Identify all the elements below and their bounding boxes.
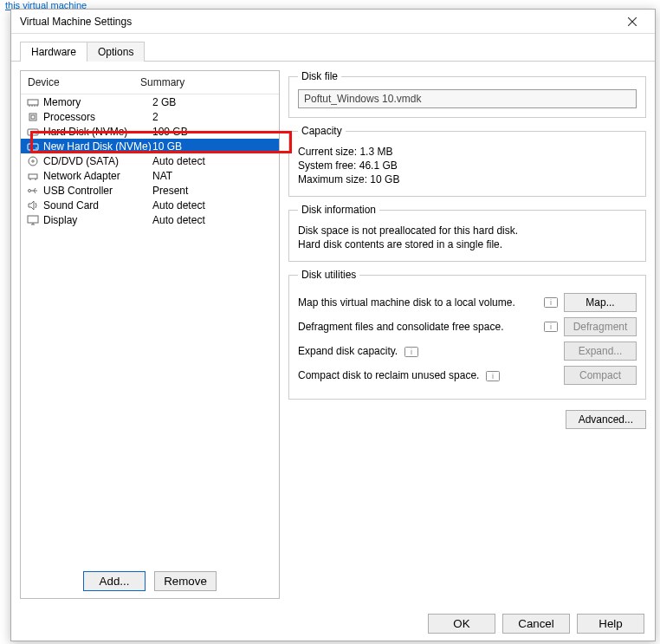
dialog-footer: OK Cancel Help bbox=[428, 614, 644, 634]
device-panel: Device Summary Memory2 GBProcessors2Hard… bbox=[20, 70, 280, 599]
capacity-legend: Capacity bbox=[298, 125, 346, 137]
advanced-button[interactable]: Advanced... bbox=[566, 410, 646, 429]
svg-rect-2 bbox=[28, 100, 38, 105]
net-icon bbox=[26, 170, 40, 182]
util-compact-row: Compact disk to reclaim unused space. i … bbox=[298, 366, 637, 385]
tab-hardware[interactable]: Hardware bbox=[20, 42, 87, 62]
disk-icon bbox=[26, 126, 40, 138]
device-row[interactable]: USB ControllerPresent bbox=[21, 183, 279, 198]
device-name: Sound Card bbox=[43, 199, 152, 211]
help-icon[interactable]: i bbox=[404, 347, 418, 357]
svg-point-10 bbox=[36, 133, 37, 134]
device-name: Display bbox=[43, 214, 152, 226]
close-button[interactable] bbox=[615, 10, 650, 33]
memory-icon bbox=[26, 96, 40, 108]
disk-file-group: Disk file Poftut_Windows 10.vmdk bbox=[288, 70, 646, 118]
svg-rect-22 bbox=[28, 216, 38, 223]
window-title: Virtual Machine Settings bbox=[20, 16, 615, 28]
device-list-header: Device Summary bbox=[21, 71, 279, 94]
disk-info-line1: Disk space is not preallocated for this … bbox=[298, 224, 637, 237]
cd-icon bbox=[26, 155, 40, 167]
capacity-group: Capacity Current size: 1.3 MB System fre… bbox=[288, 125, 646, 197]
device-summary: Auto detect bbox=[152, 155, 274, 167]
help-icon[interactable]: i bbox=[543, 321, 559, 333]
disk-info-group: Disk information Disk space is not preal… bbox=[288, 204, 646, 262]
device-name: Processors bbox=[43, 111, 152, 123]
ok-button[interactable]: OK bbox=[428, 614, 495, 634]
capacity-current: Current size: 1.3 MB bbox=[298, 146, 637, 158]
settings-window: Virtual Machine Settings Hardware Option… bbox=[10, 9, 656, 641]
util-compact-label: Compact disk to reclaim unused space. i bbox=[298, 369, 559, 381]
detail-panel: Disk file Poftut_Windows 10.vmdk Capacit… bbox=[288, 70, 646, 599]
disk-file-legend: Disk file bbox=[298, 70, 341, 82]
map-button[interactable]: Map... bbox=[564, 293, 637, 312]
util-map-label: Map this virtual machine disk to a local… bbox=[298, 296, 538, 309]
device-name: Network Adapter bbox=[43, 170, 152, 182]
compact-button: Compact bbox=[564, 366, 637, 385]
device-row[interactable]: CD/DVD (SATA)Auto detect bbox=[21, 153, 279, 168]
dialog-body: Device Summary Memory2 GBProcessors2Hard… bbox=[11, 62, 655, 608]
device-summary: 10 GB bbox=[152, 140, 274, 153]
remove-button[interactable]: Remove bbox=[154, 571, 217, 591]
column-device: Device bbox=[28, 76, 140, 88]
tab-options[interactable]: Options bbox=[87, 42, 145, 62]
svg-text:i: i bbox=[550, 322, 552, 331]
add-button[interactable]: Add... bbox=[83, 571, 146, 591]
device-row[interactable]: Processors2 bbox=[21, 109, 279, 124]
help-icon[interactable]: i bbox=[543, 296, 559, 309]
disk-info-legend: Disk information bbox=[298, 204, 379, 216]
close-icon bbox=[628, 17, 637, 26]
util-map-row: Map this virtual machine disk to a local… bbox=[298, 293, 637, 312]
expand-button: Expand... bbox=[564, 342, 637, 361]
svg-rect-11 bbox=[28, 144, 38, 150]
util-expand-row: Expand disk capacity. i Expand... bbox=[298, 342, 637, 361]
disk-utilities-group: Disk utilities Map this virtual machine … bbox=[288, 269, 646, 400]
help-button[interactable]: Help bbox=[577, 614, 644, 634]
tab-strip: Hardware Options bbox=[11, 34, 655, 62]
svg-text:i: i bbox=[550, 298, 552, 307]
device-buttons: Add... Remove bbox=[21, 564, 279, 598]
svg-point-18 bbox=[29, 189, 31, 192]
svg-rect-8 bbox=[31, 115, 35, 119]
device-summary: 2 GB bbox=[152, 96, 274, 108]
device-row[interactable]: New Hard Disk (NVMe)10 GB bbox=[21, 139, 279, 153]
help-icon[interactable]: i bbox=[486, 371, 500, 381]
disk-icon bbox=[26, 140, 40, 153]
util-defrag-row: Defragment files and consolidate free sp… bbox=[298, 317, 637, 336]
device-summary: Present bbox=[152, 185, 274, 197]
device-summary: Auto detect bbox=[152, 214, 274, 226]
device-row[interactable]: Sound CardAuto detect bbox=[21, 198, 279, 212]
sound-icon bbox=[26, 199, 40, 211]
svg-point-14 bbox=[32, 159, 34, 161]
device-list[interactable]: Memory2 GBProcessors2Hard Disk (NVMe)100… bbox=[21, 94, 279, 564]
device-summary: Auto detect bbox=[152, 199, 274, 211]
device-name: USB Controller bbox=[43, 185, 152, 197]
cancel-button[interactable]: Cancel bbox=[502, 614, 570, 634]
device-name: Memory bbox=[43, 96, 152, 108]
titlebar: Virtual Machine Settings bbox=[11, 10, 655, 34]
device-row[interactable]: Network AdapterNAT bbox=[21, 168, 279, 183]
disk-file-path: Poftut_Windows 10.vmdk bbox=[298, 89, 637, 108]
usb-icon bbox=[26, 185, 40, 197]
capacity-max: Maximum size: 10 GB bbox=[298, 173, 637, 185]
device-row[interactable]: Hard Disk (NVMe)100 GB bbox=[21, 124, 279, 139]
advanced-row: Advanced... bbox=[288, 410, 646, 429]
display-icon bbox=[26, 214, 40, 226]
util-expand-label: Expand disk capacity. i bbox=[298, 345, 559, 357]
column-summary: Summary bbox=[140, 76, 184, 88]
svg-point-12 bbox=[36, 147, 37, 149]
device-row[interactable]: Memory2 GB bbox=[21, 94, 279, 109]
disk-info-line2: Hard disk contents are stored in a singl… bbox=[298, 238, 637, 250]
device-row[interactable]: DisplayAuto detect bbox=[21, 212, 279, 227]
device-summary: 2 bbox=[152, 111, 274, 123]
util-defrag-label: Defragment files and consolidate free sp… bbox=[298, 321, 538, 333]
device-name: New Hard Disk (NVMe) bbox=[43, 140, 152, 153]
disk-utilities-legend: Disk utilities bbox=[298, 269, 359, 281]
svg-rect-9 bbox=[28, 129, 38, 135]
svg-text:i: i bbox=[492, 372, 494, 381]
svg-text:i: i bbox=[411, 348, 412, 356]
svg-rect-7 bbox=[29, 114, 36, 120]
device-summary: 100 GB bbox=[152, 126, 274, 138]
svg-point-13 bbox=[29, 157, 37, 166]
device-summary: NAT bbox=[152, 170, 274, 182]
